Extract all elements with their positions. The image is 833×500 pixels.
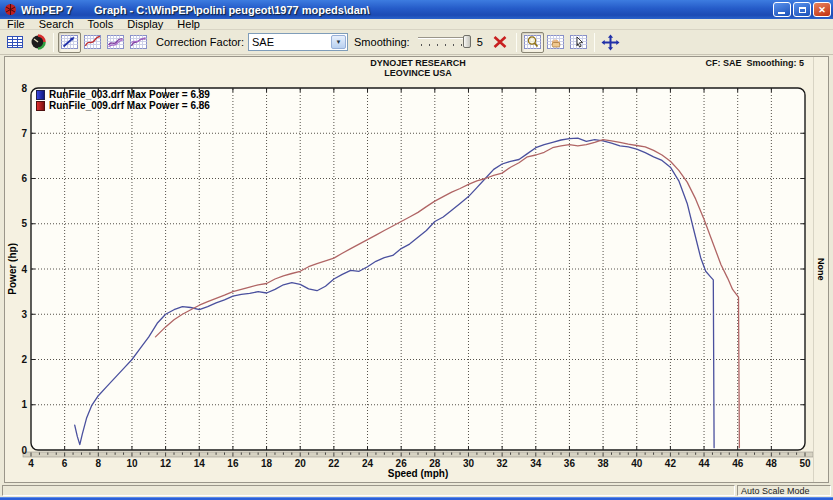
- graph-multi-button[interactable]: [104, 32, 127, 53]
- smoothing-slider[interactable]: [417, 34, 471, 50]
- document-title: Graph - C:\WinPEP\polini peugeot\1977 mo…: [94, 4, 370, 16]
- toolbar-separator: [53, 33, 54, 52]
- slider-thumb[interactable]: [463, 35, 471, 48]
- x-axis-title: Speed (mph): [31, 468, 805, 479]
- minimize-button[interactable]: [773, 2, 791, 17]
- graph-line-icon: [83, 34, 102, 50]
- svg-text:6: 6: [21, 173, 27, 184]
- zoom-magnifier-icon: [523, 34, 542, 50]
- smoothing-label: Smoothing:: [354, 36, 410, 48]
- title-bar: WinPEP 7 Graph - C:\WinPEP\polini peugeo…: [0, 0, 833, 19]
- run-003-label: RunFile_003.drf Max Power = 6.89: [49, 89, 210, 100]
- graph-arrow-button[interactable]: [58, 32, 81, 53]
- delete-run-button[interactable]: [489, 32, 512, 53]
- pan-tool-button[interactable]: [544, 32, 567, 53]
- main-area: 4681012141618202224262830323436384042444…: [0, 55, 833, 484]
- menu-tools[interactable]: Tools: [81, 19, 121, 29]
- menu-help[interactable]: Help: [170, 19, 207, 29]
- pan-hand-icon: [546, 34, 565, 50]
- correction-factor-value: SAE: [252, 36, 274, 48]
- legend-item: RunFile_003.drf Max Power = 6.89: [36, 89, 210, 100]
- correction-factor-select[interactable]: SAE ▼: [248, 33, 348, 51]
- menu-bar: File Search Tools Display Help: [0, 19, 833, 30]
- svg-text:5: 5: [21, 218, 27, 229]
- chart-header: DYNOJET RESEARCH LEOVINCE USA: [31, 58, 805, 78]
- smoothing-value: 5: [477, 36, 483, 48]
- graph-multi-icon: [106, 34, 125, 50]
- run-009-label: RunFile_009.drf Max Power = 6.86: [49, 100, 210, 111]
- menu-display[interactable]: Display: [120, 19, 170, 29]
- slider-ticks: [421, 44, 463, 46]
- zoom-tool-button[interactable]: [521, 32, 544, 53]
- runs-table-icon: [6, 34, 24, 50]
- svg-text:3: 3: [21, 309, 27, 320]
- legend: RunFile_003.drf Max Power = 6.89 RunFile…: [36, 89, 210, 111]
- delete-red-x-icon: [491, 34, 509, 50]
- chevron-down-icon[interactable]: ▼: [331, 35, 346, 49]
- close-button[interactable]: ✕: [813, 2, 831, 17]
- right-panel-label: None: [816, 258, 826, 281]
- gauge-icon: [29, 34, 47, 50]
- chart-subtitle: LEOVINCE USA: [31, 68, 805, 78]
- scale-mode-status: Auto Scale Mode: [737, 485, 831, 496]
- toolbar-separator: [516, 33, 517, 52]
- run-003-swatch: [36, 90, 45, 100]
- run-009-swatch: [36, 101, 45, 111]
- svg-text:4: 4: [21, 264, 27, 275]
- svg-text:0: 0: [21, 445, 27, 456]
- y-axis-title: Power (hp): [5, 88, 20, 450]
- select-tool-button[interactable]: [567, 32, 590, 53]
- right-side-panel: None: [813, 57, 827, 482]
- app-title: WinPEP 7: [21, 4, 72, 16]
- menu-search[interactable]: Search: [32, 19, 81, 29]
- status-bar: Auto Scale Mode: [0, 484, 833, 497]
- gauge-button[interactable]: [26, 32, 49, 53]
- move-axes-icon: [601, 34, 620, 51]
- graph-line-button[interactable]: [81, 32, 104, 53]
- toolbar: Correction Factor: SAE ▼ Smoothing: 5: [0, 30, 833, 55]
- slider-track: [418, 37, 470, 39]
- graph-arrow-icon: [60, 34, 79, 50]
- plot-area[interactable]: 4681012141618202224262830323436384042444…: [5, 57, 830, 484]
- legend-item: RunFile_009.drf Max Power = 6.86: [36, 100, 210, 111]
- chart-panel: 4681012141618202224262830323436384042444…: [4, 56, 829, 483]
- svg-text:7: 7: [21, 128, 27, 139]
- svg-text:1: 1: [21, 399, 27, 410]
- menu-file[interactable]: File: [0, 19, 32, 29]
- app-icon: [4, 3, 17, 16]
- toolbar-separator: [594, 33, 595, 52]
- select-arrow-icon: [569, 34, 588, 50]
- correction-smoothing-readout: CF: SAE Smoothing: 5: [706, 58, 805, 68]
- svg-text:8: 8: [21, 83, 27, 94]
- graph-overlay-icon: [129, 34, 148, 50]
- restore-button[interactable]: [793, 2, 811, 17]
- svg-text:2: 2: [21, 354, 27, 365]
- runs-table-button[interactable]: [3, 32, 26, 53]
- status-left-panel: [2, 485, 735, 496]
- graph-overlay-button[interactable]: [127, 32, 150, 53]
- chart-title: DYNOJET RESEARCH: [31, 58, 805, 68]
- correction-factor-label: Correction Factor:: [156, 36, 244, 48]
- move-axes-button[interactable]: [599, 32, 622, 53]
